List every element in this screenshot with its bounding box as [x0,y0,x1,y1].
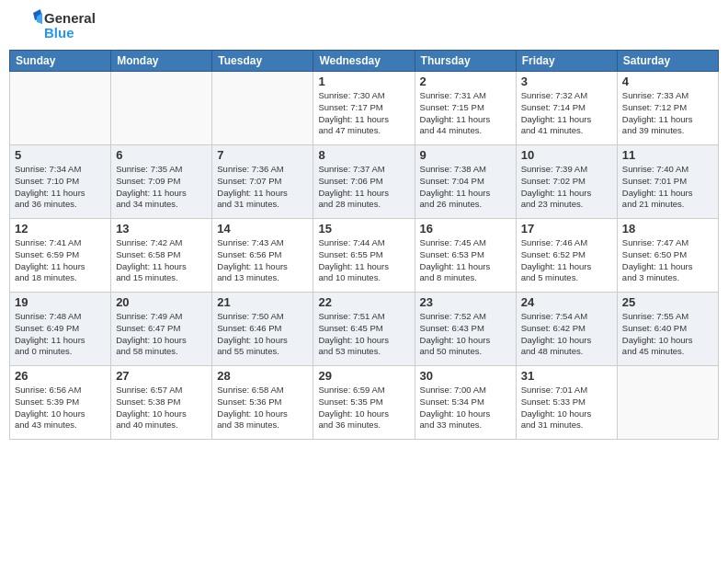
calendar-cell: 9Sunrise: 7:38 AM Sunset: 7:04 PM Daylig… [415,145,516,219]
logo: General Blue [9,9,96,42]
day-info: Sunrise: 6:57 AM Sunset: 5:38 PM Dayligh… [116,385,207,431]
header-thursday: Thursday [415,51,516,72]
day-info: Sunrise: 7:34 AM Sunset: 7:10 PM Dayligh… [15,164,106,211]
day-number: 31 [521,369,612,383]
calendar-cell: 2Sunrise: 7:31 AM Sunset: 7:15 PM Daylig… [415,72,516,145]
header: General Blue [9,9,719,42]
calendar-cell: 20Sunrise: 7:49 AM Sunset: 6:47 PM Dayli… [111,293,212,366]
calendar-cell: 27Sunrise: 6:57 AM Sunset: 5:38 PM Dayli… [111,366,212,440]
calendar-cell: 6Sunrise: 7:35 AM Sunset: 7:09 PM Daylig… [111,145,212,219]
day-info: Sunrise: 6:59 AM Sunset: 5:35 PM Dayligh… [318,385,409,431]
week-row-4: 19Sunrise: 7:48 AM Sunset: 6:49 PM Dayli… [10,293,719,366]
calendar-cell: 23Sunrise: 7:52 AM Sunset: 6:43 PM Dayli… [415,293,516,366]
day-number: 25 [622,295,713,309]
calendar-cell: 14Sunrise: 7:43 AM Sunset: 6:56 PM Dayli… [212,219,313,293]
day-number: 29 [318,369,409,383]
day-info: Sunrise: 7:36 AM Sunset: 7:07 PM Dayligh… [217,164,308,211]
calendar-cell: 25Sunrise: 7:55 AM Sunset: 6:40 PM Dayli… [617,293,718,366]
day-info: Sunrise: 7:33 AM Sunset: 7:12 PM Dayligh… [622,90,713,137]
day-info: Sunrise: 7:32 AM Sunset: 7:14 PM Dayligh… [521,90,612,137]
day-number: 13 [116,222,207,236]
day-info: Sunrise: 7:48 AM Sunset: 6:49 PM Dayligh… [15,311,106,358]
day-number: 21 [217,295,308,309]
day-number: 4 [622,75,713,88]
day-number: 16 [420,222,511,236]
day-info: Sunrise: 7:30 AM Sunset: 7:17 PM Dayligh… [318,90,409,137]
day-number: 7 [217,148,308,162]
day-info: Sunrise: 7:47 AM Sunset: 6:50 PM Dayligh… [622,237,713,284]
day-number: 14 [217,222,308,236]
logo-svg [9,9,42,42]
calendar-cell: 1Sunrise: 7:30 AM Sunset: 7:17 PM Daylig… [313,72,415,145]
day-info: Sunrise: 7:52 AM Sunset: 6:43 PM Dayligh… [420,311,511,358]
day-info: Sunrise: 7:35 AM Sunset: 7:09 PM Dayligh… [116,164,207,211]
day-info: Sunrise: 7:50 AM Sunset: 6:46 PM Dayligh… [217,311,308,358]
day-number: 26 [15,369,106,383]
day-number: 8 [318,148,409,162]
calendar-cell: 15Sunrise: 7:44 AM Sunset: 6:55 PM Dayli… [313,219,415,293]
header-friday: Friday [516,51,617,72]
header-tuesday: Tuesday [212,51,313,72]
day-info: Sunrise: 7:31 AM Sunset: 7:15 PM Dayligh… [420,90,511,137]
calendar-header-row: SundayMondayTuesdayWednesdayThursdayFrid… [10,51,719,72]
day-number: 28 [217,369,308,383]
header-sunday: Sunday [10,51,111,72]
week-row-2: 5Sunrise: 7:34 AM Sunset: 7:10 PM Daylig… [10,145,719,219]
day-number: 1 [318,75,409,88]
week-row-1: 1Sunrise: 7:30 AM Sunset: 7:17 PM Daylig… [10,72,719,145]
day-number: 9 [420,148,511,162]
day-info: Sunrise: 7:49 AM Sunset: 6:47 PM Dayligh… [116,311,207,358]
day-number: 24 [521,295,612,309]
calendar-cell [10,72,111,145]
day-number: 22 [318,295,409,309]
day-info: Sunrise: 7:39 AM Sunset: 7:02 PM Dayligh… [521,164,612,211]
calendar-cell: 18Sunrise: 7:47 AM Sunset: 6:50 PM Dayli… [617,219,718,293]
calendar-cell: 11Sunrise: 7:40 AM Sunset: 7:01 PM Dayli… [617,145,718,219]
calendar-cell: 12Sunrise: 7:41 AM Sunset: 6:59 PM Dayli… [10,219,111,293]
calendar-cell: 28Sunrise: 6:58 AM Sunset: 5:36 PM Dayli… [212,366,313,440]
day-info: Sunrise: 6:58 AM Sunset: 5:36 PM Dayligh… [217,385,308,431]
calendar-cell: 26Sunrise: 6:56 AM Sunset: 5:39 PM Dayli… [10,366,111,440]
calendar-cell: 22Sunrise: 7:51 AM Sunset: 6:45 PM Dayli… [313,293,415,366]
day-number: 10 [521,148,612,162]
day-info: Sunrise: 7:42 AM Sunset: 6:58 PM Dayligh… [116,237,207,284]
calendar-cell [617,366,718,440]
week-row-3: 12Sunrise: 7:41 AM Sunset: 6:59 PM Dayli… [10,219,719,293]
day-info: Sunrise: 7:54 AM Sunset: 6:42 PM Dayligh… [521,311,612,358]
day-number: 30 [420,369,511,383]
day-info: Sunrise: 7:38 AM Sunset: 7:04 PM Dayligh… [420,164,511,211]
day-info: Sunrise: 7:45 AM Sunset: 6:53 PM Dayligh… [420,237,511,284]
logo-line1: General [44,11,96,27]
day-info: Sunrise: 7:40 AM Sunset: 7:01 PM Dayligh… [622,164,713,211]
header-saturday: Saturday [617,51,718,72]
day-info: Sunrise: 6:56 AM Sunset: 5:39 PM Dayligh… [15,385,106,431]
calendar-cell: 3Sunrise: 7:32 AM Sunset: 7:14 PM Daylig… [516,72,617,145]
calendar-cell [111,72,212,145]
page: General Blue SundayMondayTuesdayWednesda… [0,0,728,563]
calendar-cell: 8Sunrise: 7:37 AM Sunset: 7:06 PM Daylig… [313,145,415,219]
day-number: 18 [622,222,713,236]
calendar-cell: 4Sunrise: 7:33 AM Sunset: 7:12 PM Daylig… [617,72,718,145]
calendar-cell [212,72,313,145]
header-monday: Monday [111,51,212,72]
calendar-cell: 29Sunrise: 6:59 AM Sunset: 5:35 PM Dayli… [313,366,415,440]
day-info: Sunrise: 7:44 AM Sunset: 6:55 PM Dayligh… [318,237,409,284]
day-info: Sunrise: 7:00 AM Sunset: 5:34 PM Dayligh… [420,385,511,431]
day-info: Sunrise: 7:51 AM Sunset: 6:45 PM Dayligh… [318,311,409,358]
logo-line2: Blue [44,26,96,41]
day-number: 17 [521,222,612,236]
calendar-cell: 10Sunrise: 7:39 AM Sunset: 7:02 PM Dayli… [516,145,617,219]
day-number: 6 [116,148,207,162]
day-number: 11 [622,148,713,162]
day-number: 15 [318,222,409,236]
calendar-cell: 16Sunrise: 7:45 AM Sunset: 6:53 PM Dayli… [415,219,516,293]
day-info: Sunrise: 7:43 AM Sunset: 6:56 PM Dayligh… [217,237,308,284]
day-number: 27 [116,369,207,383]
calendar-cell: 30Sunrise: 7:00 AM Sunset: 5:34 PM Dayli… [415,366,516,440]
day-number: 3 [521,75,612,88]
day-info: Sunrise: 7:37 AM Sunset: 7:06 PM Dayligh… [318,164,409,211]
day-info: Sunrise: 7:41 AM Sunset: 6:59 PM Dayligh… [15,237,106,284]
calendar-cell: 5Sunrise: 7:34 AM Sunset: 7:10 PM Daylig… [10,145,111,219]
calendar-cell: 31Sunrise: 7:01 AM Sunset: 5:33 PM Dayli… [516,366,617,440]
day-number: 20 [116,295,207,309]
